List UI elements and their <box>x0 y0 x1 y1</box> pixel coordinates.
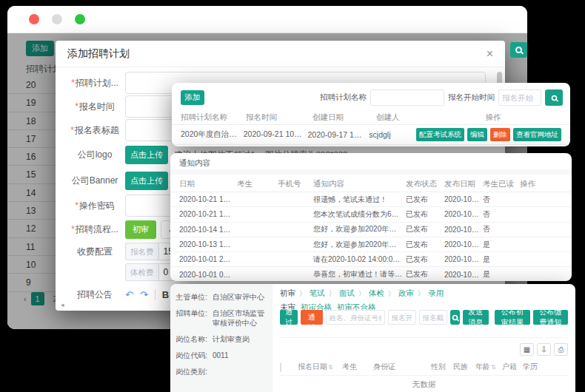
minimize-window-icon[interactable] <box>52 14 62 24</box>
column-header: 民族 <box>453 362 475 372</box>
send-message-button[interactable]: 发送消息 <box>463 310 489 325</box>
search-button[interactable] <box>510 42 527 58</box>
divider <box>170 169 572 175</box>
process-step-first[interactable]: 初审 <box>125 220 156 239</box>
edit-button[interactable]: 编辑 <box>467 128 487 141</box>
column-header: 户籍 <box>502 362 523 372</box>
search-button[interactable] <box>450 310 460 325</box>
bold-icon[interactable]: B <box>162 289 169 300</box>
checkbox[interactable] <box>280 362 281 372</box>
close-icon[interactable]: × <box>487 48 493 60</box>
notification-table: 日期 考生 手机号 通知内容 发布状态 发布日期 考生已读 操作 2020-10… <box>170 176 572 281</box>
pass-button[interactable]: 通过 <box>280 310 298 325</box>
info-label: 岗位名称: <box>175 334 207 344</box>
step-interview[interactable]: 面试 <box>339 288 355 299</box>
step-hired[interactable]: 录用 <box>428 288 444 299</box>
maximize-window-icon[interactable] <box>75 14 85 24</box>
created-date-cell: 2020-09-17 13:58:35 <box>307 130 369 139</box>
column-header: 手机号 <box>278 179 313 189</box>
info-row: 岗位类别: <box>175 367 267 376</box>
column-header: 操作 <box>425 112 561 123</box>
chevron-right-icon: 〉 <box>329 289 335 299</box>
undo-icon[interactable]: ↶ <box>125 289 133 300</box>
publish-date-cell: 2020-10-14 ... <box>444 226 483 234</box>
add-plan-button[interactable]: 添加 <box>181 90 204 105</box>
sort-icon[interactable]: ⇅ <box>491 364 496 371</box>
column-header: 报名时间 <box>246 112 312 123</box>
view-site-button[interactable]: 查看官网地址 <box>513 128 561 141</box>
redo-icon[interactable]: ↷ <box>140 289 148 300</box>
table-row[interactable]: 2020-10-01 01:35:03 恭喜您，初审通过！请等待进一步通知 已发… <box>170 267 572 281</box>
sort-icon[interactable]: ⇅ <box>328 364 333 371</box>
table-row[interactable]: 2020-10-01 23:54:58 请在2020-10-02 14:00:0… <box>170 252 572 267</box>
field-label: 报名时间 <box>64 101 125 113</box>
table-row[interactable]: 2020-10-21 19:34:38 很遗憾，笔试未通过！ 已发布 2020-… <box>170 192 572 207</box>
candidate-search-input[interactable] <box>326 310 385 325</box>
column-header: 年龄⇅ <box>475 362 502 372</box>
scroll-left-icon[interactable]: ◂ <box>61 301 64 308</box>
status-cell: 已发布 <box>406 224 444 234</box>
content-cell: 您好，欢迎参加2020年度自治区市场... <box>313 240 406 250</box>
start-time-filter-input[interactable] <box>498 89 541 106</box>
date-cell: 2020-10-01 23:54:58 <box>179 255 237 263</box>
signup-time-cell: 2020-09-21 10:00到2020... <box>244 129 308 140</box>
info-value: 自治区审评中心 <box>213 292 267 302</box>
start-time-filter-label: 报名开始时间 <box>448 92 495 103</box>
print-icon[interactable]: ⎙ <box>554 343 568 356</box>
step-medical-exam[interactable]: 体检 <box>369 288 384 299</box>
step-written-exam[interactable]: 笔试 <box>310 288 325 299</box>
fail-button[interactable]: 不通过 <box>301 310 323 325</box>
column-header: 操作 <box>520 179 563 189</box>
step-political-review[interactable]: 政审 <box>398 288 414 299</box>
publish-result-button[interactable]: 公布初审结果 <box>495 310 529 325</box>
info-row: 岗位名称: 计划审查岗 <box>175 334 267 344</box>
status-cell: 已发布 <box>406 269 444 280</box>
search-icon <box>452 314 458 320</box>
date-cell: 2020-10-14 17:51:16 <box>179 226 237 234</box>
panel-title: 通知内容 <box>179 158 210 169</box>
upload-banner-button[interactable]: 点击上传 <box>125 172 168 190</box>
export-icon[interactable]: ⇩ <box>537 343 551 356</box>
column-header: 考生已读 <box>483 179 520 189</box>
publish-date-cell: 2020-10-22 ... <box>444 195 483 203</box>
modal-title: 添加招聘计划 <box>67 47 130 61</box>
column-header: 考生 <box>342 362 373 372</box>
upload-logo-button[interactable]: 点击上传 <box>125 146 168 164</box>
date-cell: 2020-10-21 19:34:38 <box>179 195 237 203</box>
column-header: 创建日期 <box>312 112 376 123</box>
publish-payment-button[interactable]: 公布缴费通知 <box>533 310 568 325</box>
table-row[interactable]: 2020-10-13 14:55:54 您好，欢迎参加2020年度自治区市场..… <box>170 237 572 252</box>
status-cell: 已发布 <box>406 209 444 220</box>
plans-table: 招聘计划名称 报名时间 创建日期 创建人 操作 2020年度自治区市场监... … <box>172 111 570 145</box>
close-window-icon[interactable] <box>29 14 39 24</box>
field-label: 公司Banner <box>64 175 125 187</box>
toolbar-divider <box>155 289 156 300</box>
content-cell: 请在2020-10-02 14:00:00到2020-10-... <box>313 254 406 265</box>
read-cell: 是 <box>483 254 520 265</box>
field-label: 收费配置 <box>64 246 125 258</box>
search-button[interactable] <box>545 89 563 106</box>
delete-button[interactable]: 删除 <box>490 128 510 141</box>
table-row[interactable]: 2020-10-21 19:11:40 您本次笔试成绩分数为66.52分 已发布… <box>170 207 572 222</box>
table-row[interactable]: 2020-10-14 17:51:16 您好，欢迎参加2020年度自治区市场..… <box>170 223 572 237</box>
table-row[interactable]: 2020年度自治区市场监... 2020-09-21 10:00到2020...… <box>172 125 570 145</box>
field-label: 招聘公告 <box>64 288 125 301</box>
window-titlebar <box>7 6 527 33</box>
column-header: 考生 <box>237 179 278 189</box>
date-cell: 2020-10-21 19:11:40 <box>179 210 237 218</box>
column-header: 报名日期⇅ <box>298 362 342 372</box>
signup-end-input[interactable] <box>419 310 447 325</box>
chevron-right-icon: 〉 <box>388 289 395 299</box>
column-header: 创建人 <box>376 112 425 123</box>
column-settings-icon[interactable]: ▦ <box>520 343 534 356</box>
signup-start-input[interactable] <box>388 310 416 325</box>
content-cell: 恭喜您，初审通过！请等待进一步通知 <box>313 269 406 280</box>
step-first-review[interactable]: 初审 <box>280 288 295 299</box>
plan-name-filter-input[interactable] <box>370 89 444 106</box>
column-header: 日期 <box>179 179 237 189</box>
process-steps: 初审 〉 笔试 〉 面试 〉 体检 〉 政审 〉 录用 <box>280 288 568 299</box>
publish-date-cell: 2020-10-13 ... <box>444 240 483 249</box>
column-header: 招聘计划名称 <box>181 112 246 123</box>
info-value: 计划审查岗 <box>213 334 267 344</box>
configure-exam-button[interactable]: 配置考试系统 <box>416 128 464 141</box>
